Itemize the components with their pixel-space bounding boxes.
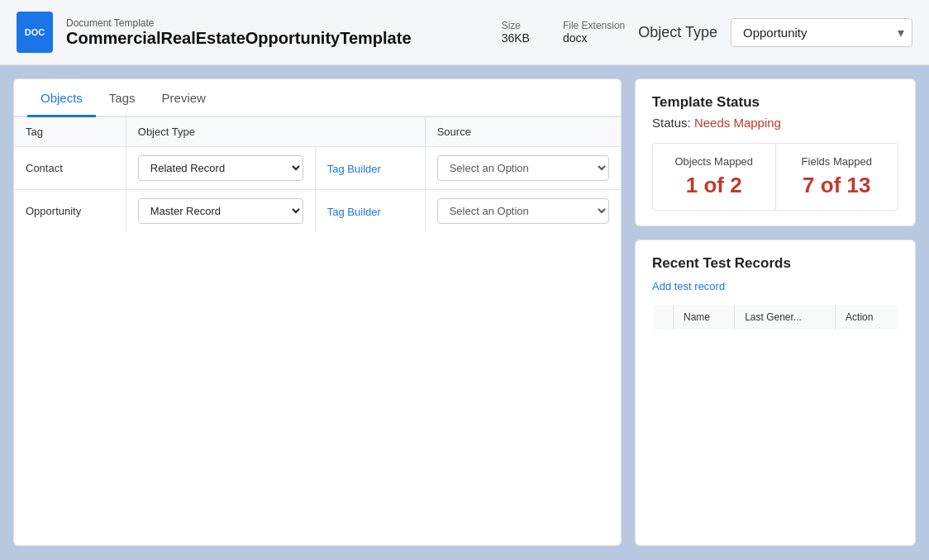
object-type-section: Object Type Opportunity Contact Account …: [638, 18, 912, 47]
objects-table: Tag Object Type Source Contact Related R…: [14, 117, 621, 232]
row2-tag: Opportunity: [14, 190, 126, 233]
test-records-title: Recent Test Records: [652, 255, 898, 272]
status-prefix: Status:: [652, 116, 691, 130]
objects-mapped-box: Objects Mapped 1 of 2: [653, 144, 776, 210]
right-panel: Template Status Status: Needs Mapping Ob…: [635, 78, 916, 546]
stats-row: Objects Mapped 1 of 2 Fields Mapped 7 of…: [652, 143, 898, 211]
row1-object-type-cell: Related Record Master Record: [126, 147, 315, 190]
row2-source-select[interactable]: Select an Option Option 1 Option 2: [437, 198, 609, 224]
header-title: CommercialRealEstateOpportunityTemplate: [66, 29, 472, 48]
size-meta: Size 36KB: [502, 20, 530, 45]
row1-tag: Contact: [14, 147, 126, 190]
doc-icon: DOC: [17, 12, 53, 53]
row1-tag-builder-link[interactable]: Tag Builder: [327, 163, 381, 175]
extension-value: docx: [563, 31, 588, 45]
tab-tags[interactable]: Tags: [96, 79, 149, 117]
records-col-action: Action: [836, 305, 898, 330]
tab-objects[interactable]: Objects: [27, 79, 96, 117]
add-test-record-link[interactable]: Add test record: [652, 280, 898, 292]
tab-preview[interactable]: Preview: [149, 79, 219, 117]
records-col-last-gen: Last Gener...: [735, 305, 836, 330]
row2-source-cell: Select an Option Option 1 Option 2: [425, 190, 621, 233]
row2-tag-builder-cell: Tag Builder: [315, 190, 425, 233]
header-meta: Size 36KB File Extension docx: [502, 20, 626, 45]
object-type-select[interactable]: Opportunity Contact Account Lead: [731, 18, 912, 47]
main-content: Objects Tags Preview Tag Object Type Sou…: [0, 65, 929, 559]
object-type-select-wrapper: Opportunity Contact Account Lead ▾: [731, 18, 912, 47]
fields-mapped-value: 7 of 13: [789, 173, 885, 198]
left-panel: Objects Tags Preview Tag Object Type Sou…: [13, 78, 622, 546]
test-records-card: Recent Test Records Add test record Name…: [635, 240, 916, 546]
status-line: Status: Needs Mapping: [652, 116, 898, 130]
page-header: DOC Document Template CommercialRealEsta…: [0, 0, 929, 65]
table-row: Opportunity Related Record Master Record…: [14, 190, 621, 233]
row2-object-type-select[interactable]: Related Record Master Record: [138, 198, 303, 224]
status-card-title: Template Status: [652, 94, 898, 111]
table-row: Contact Related Record Master Record Tag…: [14, 147, 621, 190]
row1-tag-builder-cell: Tag Builder: [315, 147, 425, 190]
extension-label: File Extension: [563, 20, 625, 31]
object-type-label: Object Type: [638, 24, 717, 41]
records-col-name: Name: [674, 305, 735, 330]
tabs-bar: Objects Tags Preview: [14, 79, 621, 117]
row2-tag-builder-link[interactable]: Tag Builder: [327, 206, 381, 218]
fields-mapped-label: Fields Mapped: [789, 155, 885, 168]
size-value: 36KB: [502, 31, 530, 45]
objects-mapped-label: Objects Mapped: [666, 155, 762, 168]
status-card: Template Status Status: Needs Mapping Ob…: [635, 78, 916, 226]
size-label: Size: [502, 20, 530, 31]
row1-source-select[interactable]: Select an Option Option 1 Option 2: [437, 155, 609, 181]
col-object-type: Object Type: [126, 117, 425, 147]
header-text: Document Template CommercialRealEstateOp…: [66, 17, 472, 48]
col-source: Source: [425, 117, 621, 147]
row2-object-type-cell: Related Record Master Record: [126, 190, 315, 233]
header-subtitle: Document Template: [66, 17, 472, 29]
col-tag: Tag: [14, 117, 126, 147]
row1-source-cell: Select an Option Option 1 Option 2: [425, 147, 621, 190]
test-records-table: Name Last Gener... Action: [652, 304, 898, 330]
records-col-checkbox: [653, 305, 674, 330]
objects-mapped-value: 1 of 2: [666, 173, 762, 198]
fields-mapped-box: Fields Mapped 7 of 13: [776, 144, 898, 210]
extension-meta: File Extension docx: [563, 20, 625, 45]
row1-object-type-select[interactable]: Related Record Master Record: [138, 155, 303, 181]
status-value: Needs Mapping: [694, 116, 781, 130]
